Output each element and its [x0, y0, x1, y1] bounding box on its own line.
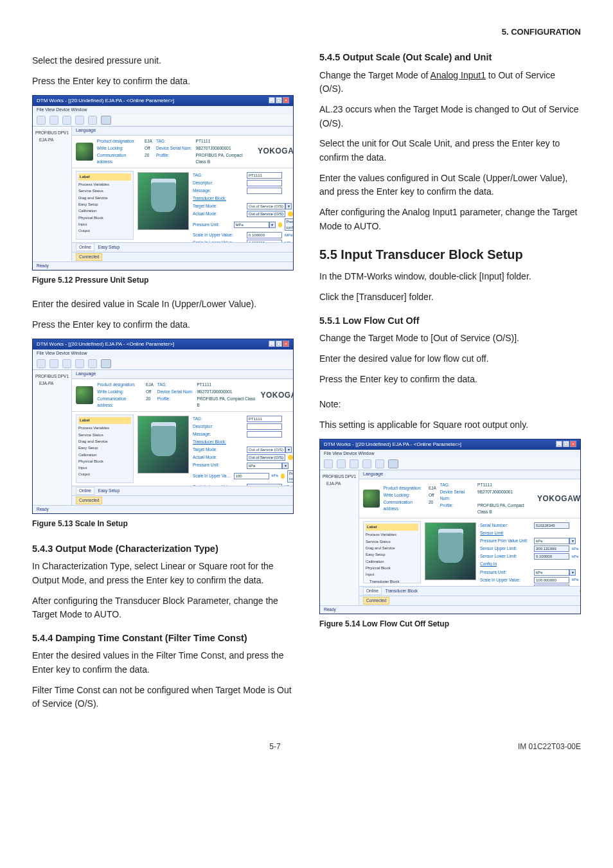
- toolbar-button[interactable]: [49, 359, 58, 368]
- menu-bar[interactable]: File View Device Window: [320, 450, 580, 458]
- window-buttons[interactable]: _ ▢ ×: [269, 341, 289, 348]
- toolbar[interactable]: [33, 114, 293, 127]
- tree-root[interactable]: PROFIBUS DPV1: [35, 373, 69, 380]
- chevron-down-icon[interactable]: ▾: [569, 569, 576, 576]
- pv-unit-select[interactable]: kPa: [534, 538, 569, 544]
- maximize-icon[interactable]: ▢: [276, 97, 282, 103]
- chevron-down-icon[interactable]: ▾: [569, 538, 576, 544]
- tree-child[interactable]: EJA-PA: [35, 380, 69, 387]
- close-icon[interactable]: ×: [570, 441, 576, 447]
- tree-child[interactable]: EJA-PA: [323, 481, 356, 487]
- online-tab[interactable]: Online: [363, 587, 382, 595]
- message-input[interactable]: [247, 188, 282, 194]
- toolbar-button[interactable]: [88, 116, 97, 125]
- scale-lower-input[interactable]: 0.000000: [534, 585, 569, 586]
- online-tab[interactable]: Online: [76, 487, 94, 495]
- chevron-down-icon[interactable]: ▾: [269, 222, 276, 228]
- panel-item[interactable]: Service Status: [366, 539, 418, 545]
- tree-root[interactable]: PROFIBUS DPV1: [323, 474, 356, 480]
- toolbar-button[interactable]: [62, 359, 71, 368]
- window-buttons[interactable]: _ ▢ ×: [269, 97, 289, 105]
- chevron-down-icon[interactable]: ▾: [282, 463, 289, 469]
- descriptor-input[interactable]: [247, 180, 282, 186]
- scale-upper-input[interactable]: 0.100000: [247, 232, 282, 238]
- panel-item[interactable]: Physical Block: [366, 565, 418, 571]
- panel-item[interactable]: Diag and Service: [78, 439, 131, 445]
- tree-root[interactable]: PROFIBUS DPV1: [35, 130, 69, 136]
- tag-input[interactable]: PT1111: [247, 416, 282, 422]
- scale-upper-input[interactable]: 100.000000: [534, 577, 569, 583]
- descriptor-input[interactable]: [247, 423, 282, 430]
- scale-lower-input[interactable]: 0.000000: [247, 240, 282, 242]
- device-tree[interactable]: PROFIBUS DPV1 EJA-PA: [320, 470, 359, 605]
- panel-item[interactable]: Process Variables: [78, 425, 131, 431]
- panel-item[interactable]: Service Status: [78, 432, 131, 438]
- menu-bar[interactable]: File View Device Window: [33, 106, 293, 114]
- toolbar-button[interactable]: [75, 359, 84, 368]
- print-icon[interactable]: [101, 359, 111, 368]
- toolbar-button[interactable]: [362, 459, 371, 468]
- panel-item[interactable]: Output: [78, 228, 131, 234]
- target-mode-select[interactable]: Out of Service (O/S): [247, 203, 285, 209]
- chevron-down-icon[interactable]: ▾: [285, 203, 292, 209]
- toolbar-button[interactable]: [337, 459, 346, 468]
- print-icon[interactable]: [101, 116, 111, 125]
- panel-item[interactable]: Diag and Service: [366, 545, 418, 551]
- toolbar-button[interactable]: [62, 116, 71, 125]
- toolbar-button[interactable]: [37, 359, 46, 368]
- pressure-unit-select[interactable]: kPa: [247, 463, 282, 469]
- message-input[interactable]: [247, 431, 282, 438]
- toolbar-button[interactable]: [75, 116, 84, 125]
- panel-item[interactable]: Transducer Block: [366, 579, 418, 585]
- minimize-icon[interactable]: _: [556, 441, 562, 447]
- menu-bar[interactable]: File View Device Window: [33, 350, 293, 358]
- pressure-unit-select[interactable]: MPa: [234, 222, 269, 228]
- panel-item[interactable]: Process Variables: [78, 182, 131, 188]
- panel-item[interactable]: Calibration: [78, 208, 131, 214]
- language-tab[interactable]: Language: [72, 370, 294, 379]
- online-tab[interactable]: Online: [76, 244, 94, 251]
- panel-item[interactable]: Easy Setup: [366, 552, 418, 558]
- scale-lower-input[interactable]: 0.000000: [247, 484, 282, 486]
- toolbar[interactable]: [33, 358, 293, 370]
- toolbar-button[interactable]: [350, 459, 359, 468]
- device-tree[interactable]: PROFIBUS DPV1 EJA-PA: [33, 370, 72, 505]
- toolbar-button[interactable]: [375, 459, 384, 468]
- minimize-icon[interactable]: _: [269, 341, 275, 347]
- close-icon[interactable]: ×: [283, 97, 289, 103]
- panel-item[interactable]: Calibration: [366, 559, 418, 565]
- label-panel[interactable]: Label Process Variables Service Status D…: [76, 171, 134, 240]
- device-tree[interactable]: PROFIBUS DPV1 EJA-PA: [33, 127, 72, 261]
- tag-input[interactable]: PT1111: [247, 172, 282, 179]
- maximize-icon[interactable]: ▢: [563, 441, 569, 447]
- language-tab[interactable]: Language: [359, 470, 581, 479]
- language-tab[interactable]: Language: [72, 127, 294, 136]
- toolbar-button[interactable]: [88, 359, 97, 368]
- print-icon[interactable]: [388, 459, 398, 468]
- toolbar-button[interactable]: [324, 459, 333, 468]
- scale-upper-input[interactable]: 100: [234, 473, 269, 479]
- panel-item[interactable]: Input: [366, 572, 418, 578]
- label-panel[interactable]: Label Process Variables Service Status D…: [76, 414, 134, 483]
- minimize-icon[interactable]: _: [269, 97, 275, 103]
- target-mode-select[interactable]: Out of Service (O/S): [247, 447, 285, 453]
- panel-item[interactable]: Input: [78, 465, 131, 471]
- pressure-unit-select[interactable]: kPa: [534, 569, 569, 576]
- panel-item[interactable]: Easy Setup: [78, 202, 131, 208]
- window-buttons[interactable]: _ ▢ ×: [556, 441, 576, 448]
- chevron-down-icon[interactable]: ▾: [285, 447, 292, 453]
- panel-item[interactable]: Input: [78, 222, 131, 227]
- toolbar-button[interactable]: [37, 116, 46, 125]
- panel-item[interactable]: Easy Setup: [78, 445, 131, 451]
- toolbar[interactable]: [320, 458, 580, 470]
- tree-child[interactable]: EJA-PA: [35, 137, 69, 143]
- label-panel[interactable]: Label Process Variables Service Status D…: [363, 521, 421, 583]
- panel-item[interactable]: Service Status: [78, 188, 131, 194]
- maximize-icon[interactable]: ▢: [276, 341, 282, 347]
- panel-item[interactable]: Output: [78, 472, 131, 477]
- panel-item[interactable]: Analog Input 1: [366, 585, 418, 586]
- panel-item[interactable]: Calibration: [78, 452, 131, 458]
- panel-item[interactable]: Process Variables: [366, 532, 418, 538]
- close-icon[interactable]: ×: [283, 341, 289, 347]
- panel-item[interactable]: Diag and Service: [78, 195, 131, 201]
